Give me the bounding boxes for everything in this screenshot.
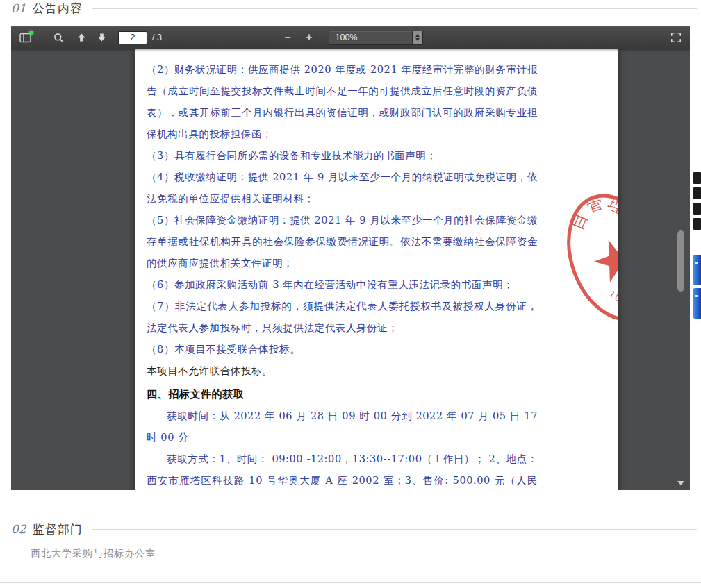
doc-section-heading: 四、招标文件的获取: [147, 384, 538, 405]
doc-paragraph: （7）非法定代表人参加投标的，须提供法定代表人委托授权书及被授权人身份证，法定代…: [147, 296, 538, 339]
doc-paragraph: 获取时间：从 2022 年 06 月 28 日 09 时 00 分到 2022 …: [147, 405, 538, 448]
section-title: 公告内容: [33, 1, 83, 17]
clipped-blue-button[interactable]: [693, 288, 701, 319]
zoom-select[interactable]: 100%: [329, 31, 423, 45]
section-number: 01: [11, 1, 26, 15]
doc-paragraph: （6）参加政府采购活动前 3 年内在经营活动中没有重大违法记录的书面声明；: [147, 274, 538, 296]
search-button[interactable]: [49, 29, 68, 47]
scrollbar-down-arrow-icon[interactable]: [677, 481, 684, 485]
arrow-up-icon: [76, 33, 87, 42]
clipped-glyph: [693, 218, 701, 230]
section-number: 02: [11, 522, 26, 536]
zoom-controls: − + 100%: [279, 29, 423, 47]
svg-text:目管理: 目管理: [560, 183, 618, 237]
zoom-spinner: [412, 31, 422, 44]
pdf-toolbar: / 3 − + 100%: [11, 26, 690, 49]
doc-paragraph: （4）税收缴纳证明：提供 2021 年 9 月以来至少一个月的纳税证明或免税证明…: [147, 167, 538, 210]
doc-paragraph: （5）社会保障资金缴纳证明：提供 2021 年 9 月以来至少一个月的社会保障资…: [147, 210, 538, 274]
zoom-out-button[interactable]: −: [279, 29, 297, 47]
bottom-divider: [0, 582, 701, 583]
next-page-button[interactable]: [92, 29, 111, 47]
doc-paragraph: 本项目不允许联合体投标。: [147, 360, 538, 382]
scrollbar[interactable]: [677, 72, 684, 490]
clipped-blue-button[interactable]: [693, 255, 701, 285]
page-number-input[interactable]: [118, 31, 147, 44]
section-heading-supervision: 02 监督部门: [0, 521, 701, 536]
zoom-in-button[interactable]: +: [300, 29, 319, 47]
fullscreen-icon: [670, 32, 682, 43]
svg-text:1010904: 1010904: [605, 277, 618, 310]
section-title: 监督部门: [33, 521, 83, 537]
spinner-down-icon: [415, 38, 420, 41]
doc-paragraph: （2）财务状况证明：供应商提供 2020 年度或 2021 年度经审计完整的财务…: [147, 59, 538, 145]
official-seal: 目管理 1010904: [542, 174, 618, 340]
page-count-label: / 3: [152, 33, 162, 42]
fullscreen-button[interactable]: [666, 29, 685, 47]
supervision-department-text: 西北大学采购与招标办公室: [0, 548, 701, 560]
previous-page-button[interactable]: [72, 29, 91, 47]
section-divider-line: [92, 8, 697, 9]
toolbar-separator: [40, 31, 40, 44]
pdf-viewer: / 3 − + 100%: [11, 26, 690, 490]
seal-star-icon: [588, 233, 618, 285]
scrollbar-thumb[interactable]: [677, 230, 684, 292]
doc-paragraph: （8）本项目不接受联合体投标。: [147, 339, 538, 360]
side-widget-text-clipped[interactable]: [693, 172, 701, 239]
notification-dot-icon: [29, 31, 33, 35]
seal-arc-text: 目管理: [560, 183, 618, 237]
doc-paragraph: 获取方式：1、时间： 09:00 -12:00，13:30--17:00（工作日…: [147, 448, 538, 490]
spinner-up-icon: [415, 34, 420, 37]
clipped-glyph: [693, 172, 701, 184]
clipped-glyph: [693, 187, 701, 199]
arrow-down-icon: [97, 33, 107, 42]
toolbar-right-group: [666, 29, 685, 47]
pdf-page: （2）财务状况证明：供应商提供 2020 年度或 2021 年度经审计完整的财务…: [135, 49, 618, 490]
search-icon: [53, 33, 64, 43]
sidebar-toggle-button[interactable]: [16, 29, 35, 47]
seal-serial-text: 1010904: [605, 277, 618, 310]
side-widget-buttons-clipped[interactable]: [693, 255, 701, 319]
section-divider-line: [92, 529, 697, 530]
zoom-level-value: 100%: [329, 33, 412, 42]
section-heading-announcement: 01 公告内容: [0, 0, 701, 15]
pdf-viewport[interactable]: （2）财务状况证明：供应商提供 2020 年度或 2021 年度经审计完整的财务…: [11, 49, 690, 490]
doc-paragraph: （3）具有履行合同所必需的设备和专业技术能力的书面声明；: [147, 145, 538, 167]
page-root: 01 公告内容: [0, 0, 701, 583]
clipped-glyph: [693, 203, 701, 215]
